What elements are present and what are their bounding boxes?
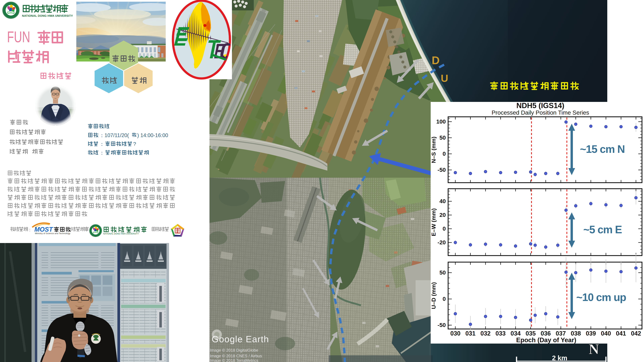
svg-text:N–S (mm): N–S (mm) [430,137,437,163]
svg-text:2 km: 2 km [552,354,567,362]
svg-text:033: 033 [496,330,506,337]
svg-text:：107/11/20(: ：107/11/20( [99,132,129,138]
svg-text:Image © 2018 TerraMetrics: Image © 2018 TerraMetrics [210,358,258,362]
svg-text:~15 cm N: ~15 cm N [580,143,625,155]
svg-text:038: 038 [571,330,581,337]
svg-text:0: 0 [442,225,446,232]
svg-text:50: 50 [440,134,446,141]
svg-text:20: 20 [440,212,446,218]
svg-text:-50: -50 [438,322,446,328]
svg-text:MOST: MOST [34,226,53,233]
svg-text:E–W (mm): E–W (mm) [430,208,437,236]
svg-text:039: 039 [586,330,596,337]
svg-text:Image © 2018 CNES / Airbus: Image © 2018 CNES / Airbus [210,354,262,358]
svg-text:035: 035 [526,330,536,337]
svg-text:Google Earth: Google Earth [212,334,269,344]
svg-text:D: D [432,54,440,66]
svg-text:U: U [441,72,448,84]
svg-text:40: 40 [440,198,446,204]
svg-text:-50: -50 [438,167,446,173]
svg-text:-20: -20 [438,239,446,246]
svg-text:：: ： [28,227,32,232]
svg-text:037: 037 [556,330,566,337]
svg-text:：: ： [99,150,104,156]
svg-text:NATIONAL DONG HWA UNIVERSITY: NATIONAL DONG HWA UNIVERSITY [22,14,73,17]
svg-text:N: N [589,341,599,357]
svg-text:034: 034 [510,330,520,337]
svg-text:U–D (mm): U–D (mm) [430,282,437,309]
svg-text:041: 041 [616,330,626,337]
svg-text:Ministry of Science and Techno: Ministry of Science and Technology [35,232,70,235]
svg-text:Image © 2018 DigitalGlobe: Image © 2018 DigitalGlobe [210,348,258,353]
svg-text:：: ： [99,141,104,147]
svg-text:042: 042 [631,330,641,337]
svg-text:NATIONAL DONG HWA UNIVERSITY: NATIONAL DONG HWA UNIVERSITY [103,233,139,235]
svg-text:~5 cm E: ~5 cm E [583,224,622,236]
svg-text:0: 0 [442,296,446,302]
svg-text:) 14:00-16:00: ) 14:00-16:00 [137,132,168,138]
svg-text:100: 100 [436,118,446,125]
svg-text:~10 cm up: ~10 cm up [576,291,626,303]
svg-text:036: 036 [541,330,551,337]
svg-text:0: 0 [442,150,446,157]
svg-text:030: 030 [450,330,460,337]
svg-text:031: 031 [466,330,476,337]
svg-text:FUN: FUN [7,28,30,45]
svg-text:50: 50 [440,269,446,276]
svg-text:032: 032 [480,330,490,337]
svg-text:Epoch (Day of Year): Epoch (Day of Year) [516,337,576,344]
svg-text:040: 040 [601,330,611,337]
svg-text:NDH5 (IGS14): NDH5 (IGS14) [516,101,564,110]
svg-text:Processed Daily Position Time: Processed Daily Position Time Series [492,109,589,116]
svg-text:?: ? [133,141,136,147]
